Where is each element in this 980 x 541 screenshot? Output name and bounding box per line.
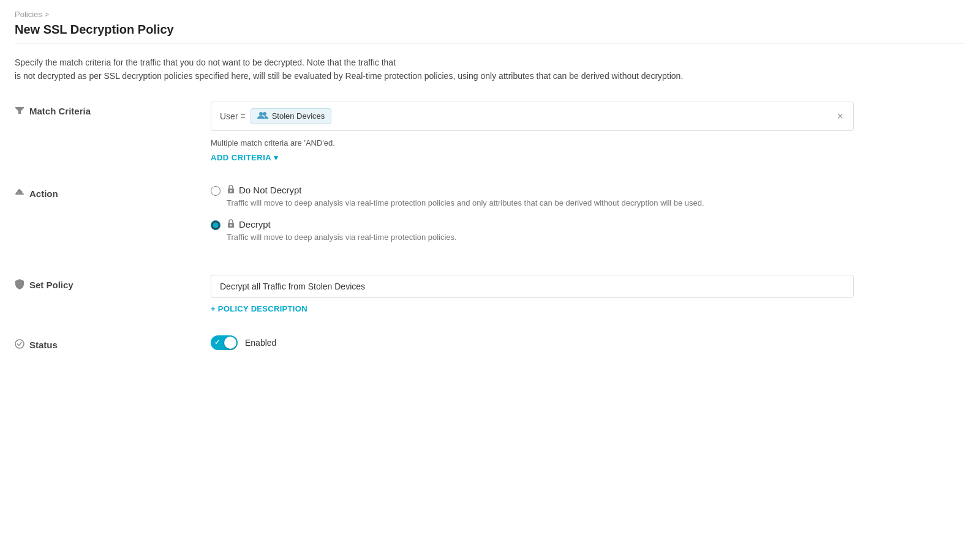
status-check-icon: [15, 339, 24, 351]
toggle-track[interactable]: ✓: [211, 335, 238, 350]
svg-point-8: [230, 224, 232, 226]
description-line1: Specify the match criteria for the traff…: [15, 58, 396, 67]
action-label: Action: [15, 184, 211, 200]
svg-point-6: [230, 190, 232, 192]
status-enabled-label: Enabled: [245, 338, 276, 348]
svg-point-1: [263, 112, 266, 116]
status-content: ✓ Enabled: [211, 335, 965, 350]
action-content: Do Not Decrypt Traffic will move to deep…: [211, 184, 965, 253]
status-section: Status ✓ Enabled: [15, 335, 965, 351]
criteria-row: User = Stolen Devices: [220, 108, 845, 124]
page-description: Specify the match criteria for the traff…: [15, 56, 811, 83]
criteria-tag-text: Stolen Devices: [272, 111, 325, 121]
remove-criteria-button[interactable]: ×: [835, 111, 845, 122]
add-criteria-label: ADD CRITERIA: [211, 153, 271, 162]
do-not-decrypt-option: Do Not Decrypt Traffic will move to deep…: [211, 184, 965, 207]
upload-icon: [15, 105, 24, 118]
status-row: ✓ Enabled: [211, 335, 965, 350]
decrypt-content: Decrypt Traffic will move to deep analys…: [227, 218, 457, 242]
toggle-knob: [224, 337, 236, 349]
criteria-left: User = Stolen Devices: [220, 108, 331, 124]
match-criteria-content: User = Stolen Devices: [211, 102, 965, 162]
toggle-check-icon: ✓: [214, 338, 220, 346]
description-line2: is not decrypted as per SSL decryption p…: [15, 71, 683, 81]
do-not-decrypt-label: Do Not Decrypt: [239, 185, 302, 195]
decrypt-title: Decrypt: [227, 218, 457, 230]
decrypt-radio[interactable]: [211, 220, 221, 230]
match-criteria-section: Match Criteria User =: [15, 102, 965, 162]
lock-icon-1: [227, 184, 235, 196]
policy-name-input[interactable]: [211, 275, 854, 298]
shield-icon: [15, 278, 24, 292]
criteria-tag[interactable]: Stolen Devices: [251, 108, 332, 124]
svg-point-0: [259, 112, 263, 116]
set-policy-label: Set Policy: [15, 275, 211, 292]
breadcrumb-text: Policies >: [15, 10, 49, 19]
group-icon: [257, 111, 268, 122]
action-section: Action Do Not Decrypt Traffic will move …: [15, 184, 965, 253]
do-not-decrypt-desc: Traffic will move to deep analysis via r…: [227, 198, 704, 207]
add-criteria-button[interactable]: ADD CRITERIA ▾: [211, 153, 279, 162]
match-criteria-label-text: Match Criteria: [29, 106, 91, 116]
set-policy-section: Set Policy + POLICY DESCRIPTION: [15, 275, 965, 313]
status-label-text: Status: [29, 340, 58, 350]
criteria-label: User =: [220, 111, 246, 121]
lock-icon-2: [227, 218, 235, 230]
match-criteria-label: Match Criteria: [15, 102, 211, 118]
policy-desc-label: + POLICY DESCRIPTION: [211, 304, 307, 313]
chevron-down-icon: ▾: [274, 153, 279, 162]
do-not-decrypt-title: Do Not Decrypt: [227, 184, 704, 196]
title-divider: [15, 43, 965, 43]
breadcrumb: Policies >: [15, 10, 965, 19]
and-note: Multiple match criteria are 'AND'ed.: [211, 138, 965, 147]
action-icon: [15, 188, 24, 200]
decrypt-label: Decrypt: [239, 219, 271, 229]
set-policy-label-text: Set Policy: [29, 280, 74, 290]
decrypt-desc: Traffic will move to deep analysis via r…: [227, 233, 457, 242]
page-title: New SSL Decryption Policy: [15, 23, 965, 37]
svg-point-9: [15, 340, 24, 348]
status-toggle[interactable]: ✓: [211, 335, 238, 350]
policy-description-button[interactable]: + POLICY DESCRIPTION: [211, 304, 307, 313]
criteria-box: User = Stolen Devices: [211, 102, 854, 131]
do-not-decrypt-content: Do Not Decrypt Traffic will move to deep…: [227, 184, 704, 207]
set-policy-content: + POLICY DESCRIPTION: [211, 275, 965, 313]
decrypt-option: Decrypt Traffic will move to deep analys…: [211, 218, 965, 242]
do-not-decrypt-radio[interactable]: [211, 186, 221, 196]
action-label-text: Action: [29, 188, 58, 199]
status-label: Status: [15, 335, 211, 351]
